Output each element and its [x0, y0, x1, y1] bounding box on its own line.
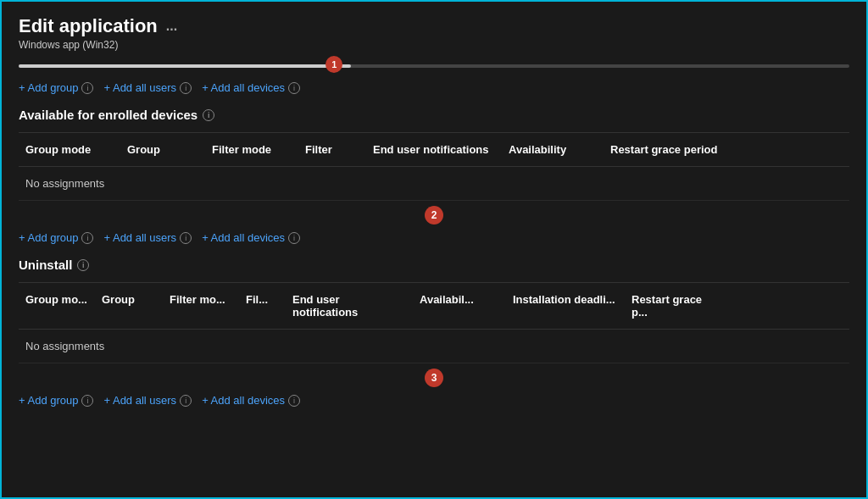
section1-table: Group mode Group Filter mode Filter End … — [19, 132, 849, 201]
th-install-deadline: Installation deadli... — [506, 290, 625, 322]
add-all-devices-info-icon-3[interactable]: i — [288, 395, 300, 407]
section2-no-assignments-row: No assignments — [19, 330, 849, 363]
section1-info-icon[interactable]: i — [203, 109, 214, 121]
page-subtitle: Windows app (Win32) — [19, 39, 849, 51]
add-group-link-3[interactable]: + Add group — [19, 394, 78, 407]
section2-title: Uninstall i — [19, 258, 849, 272]
add-group-link-2[interactable]: + Add group — [19, 231, 78, 244]
th-restart-2: Restart grace p... — [625, 290, 718, 322]
add-all-users-info-icon-2[interactable]: i — [180, 232, 192, 244]
add-links-row3: + Add group i + Add all users i + Add al… — [19, 394, 849, 407]
th-availability-1: Availability — [502, 140, 604, 159]
add-group-info-icon-3[interactable]: i — [81, 395, 93, 407]
section1-title-text: Available for enrolled devices — [19, 108, 198, 122]
th-filter-mode-2: Filter mo... — [163, 290, 239, 322]
progress-fill — [19, 64, 351, 68]
section1-title: Available for enrolled devices i — [19, 108, 849, 122]
add-group-info-icon-1[interactable]: i — [81, 82, 93, 94]
step3-row: 3 — [19, 369, 849, 387]
th-filter-mode-1: Filter mode — [205, 140, 298, 159]
add-group-info-icon-2[interactable]: i — [81, 232, 93, 244]
add-all-users-info-icon-1[interactable]: i — [180, 82, 192, 94]
header: Edit application ... Windows app (Win32) — [2, 2, 866, 58]
title-text: Edit application — [19, 15, 158, 37]
step2-badge: 2 — [425, 206, 443, 225]
add-all-users-link-2[interactable]: + Add all users — [103, 231, 176, 244]
add-group-link-1[interactable]: + Add group — [19, 81, 78, 94]
step1-badge: 1 — [326, 56, 342, 73]
add-all-users-info-icon-3[interactable]: i — [180, 395, 192, 407]
th-restart-1: Restart grace period — [604, 140, 731, 159]
add-all-devices-info-icon-1[interactable]: i — [288, 82, 300, 94]
th-group-2: Group — [95, 290, 163, 322]
add-all-devices-info-icon-2[interactable]: i — [288, 232, 300, 244]
th-filter-2: Fil... — [239, 290, 286, 322]
add-all-users-link-1[interactable]: + Add all users — [103, 81, 176, 94]
th-group-mode-1: Group mode — [19, 140, 120, 159]
add-all-users-link-3[interactable]: + Add all users — [103, 394, 176, 407]
th-filter-1: Filter — [298, 140, 366, 159]
section1-no-assignments-row: No assignments — [19, 167, 849, 201]
page-title: Edit application ... — [19, 15, 849, 37]
section2-no-assignments: No assignments — [19, 336, 111, 356]
section1-no-assignments: No assignments — [19, 174, 111, 193]
add-all-devices-link-1[interactable]: + Add all devices — [202, 81, 285, 94]
section2-table-header: Group mo... Group Filter mo... Fil... En… — [19, 283, 849, 330]
section1-table-header: Group mode Group Filter mode Filter End … — [19, 133, 849, 167]
th-group-1: Group — [120, 140, 205, 159]
th-end-user-2: End user notifications — [286, 290, 413, 322]
section2-info-icon[interactable]: i — [77, 259, 89, 271]
th-availability-2: Availabil... — [413, 290, 506, 322]
th-end-user-1: End user notifications — [366, 140, 502, 159]
add-all-devices-link-2[interactable]: + Add all devices — [202, 231, 285, 244]
section2-title-text: Uninstall — [19, 258, 72, 272]
section2-table: Group mo... Group Filter mo... Fil... En… — [19, 282, 849, 363]
add-links-row2: + Add group i + Add all users i + Add al… — [19, 231, 849, 244]
main-content: + Add group i + Add all users i + Add al… — [2, 68, 866, 491]
step2-row: 2 — [19, 206, 849, 225]
add-links-row1: + Add group i + Add all users i + Add al… — [19, 81, 849, 94]
add-all-devices-link-3[interactable]: + Add all devices — [202, 394, 285, 407]
th-group-mode-2: Group mo... — [19, 290, 95, 322]
header-ellipsis-button[interactable]: ... — [166, 19, 177, 34]
progress-bar: 1 — [19, 64, 849, 68]
step3-badge: 3 — [425, 369, 443, 387]
